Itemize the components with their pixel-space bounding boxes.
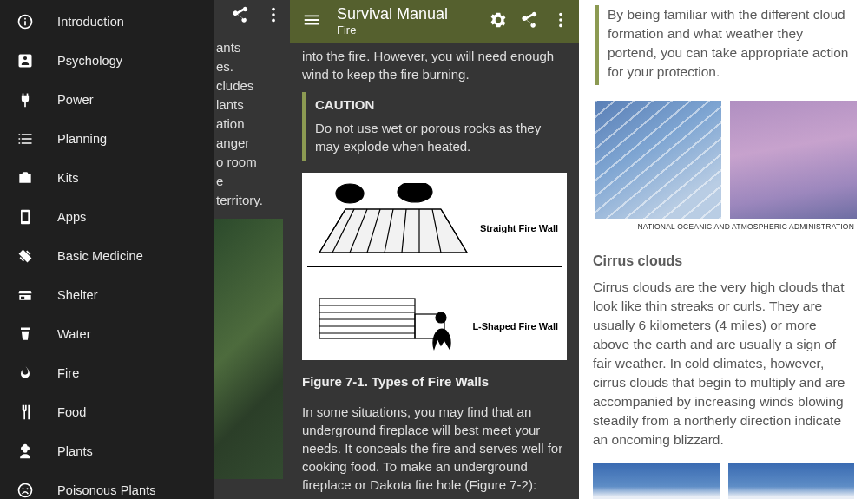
article-body: into the fire. However, you will need en… <box>290 43 579 494</box>
more-icon[interactable] <box>551 10 570 33</box>
fire-icon <box>16 364 35 383</box>
cup-icon <box>16 325 35 344</box>
obscured-content: ants es. cludes lants ation anger o room… <box>214 0 290 499</box>
plug-icon <box>16 90 35 109</box>
info-icon <box>16 12 35 31</box>
list-icon <box>16 129 35 148</box>
section-heading-cirrus: Cirrus clouds <box>581 253 868 269</box>
app-subtitle: Fire <box>337 24 477 36</box>
svg-point-4 <box>272 13 275 16</box>
svg-point-29 <box>436 312 446 323</box>
screenshot-drawer-panel: Introduction Psychology Power Planning K <box>0 0 290 499</box>
illustration-l-wall <box>311 272 476 352</box>
svg-rect-22 <box>319 299 415 338</box>
nav-item-basic-medicine[interactable]: Basic Medicine <box>0 236 214 275</box>
app-bar: Survival Manual Fire <box>290 0 579 43</box>
nav-item-introduction[interactable]: Introduction <box>0 2 214 41</box>
menu-icon[interactable] <box>302 10 321 33</box>
cloud-image-cumulus-1 <box>593 463 720 499</box>
nav-label: Fire <box>57 366 79 380</box>
figure-fire-walls: Straight Fire Wall L-Shaped Fire Wall <box>302 173 567 360</box>
figure-label-2: L-Shaped Fire Wall <box>472 318 558 336</box>
caution-heading: CAUTION <box>315 95 560 114</box>
phone-icon <box>16 207 35 227</box>
cloud-image-cumulus-2 <box>728 463 855 499</box>
nav-item-apps[interactable]: Apps <box>0 197 214 236</box>
nav-item-kits[interactable]: Kits <box>0 158 214 197</box>
nav-label: Apps <box>57 210 86 224</box>
store-icon <box>16 286 35 305</box>
screenshot-fire-article: Survival Manual Fire into the fire. Howe… <box>290 0 579 499</box>
cloud-image-cirrus-1 <box>595 101 721 219</box>
nav-label: Kits <box>57 171 79 185</box>
svg-point-1 <box>23 488 24 489</box>
nav-label: Power <box>57 93 94 107</box>
figure-caption: Figure 7-1. Types of Fire Walls <box>302 372 567 391</box>
screenshot-clouds-article: By being familiar with the different clo… <box>579 0 868 499</box>
nav-item-poisonous-plants[interactable]: Poisonous Plants <box>0 470 214 499</box>
nav-item-food[interactable]: Food <box>0 392 214 431</box>
svg-point-5 <box>272 19 275 23</box>
bandage-icon <box>16 246 35 266</box>
flower-icon <box>16 442 35 461</box>
image-credit: NATIONAL OCEANIC AND ATMOSPHERIC ADMINIS… <box>579 222 854 231</box>
nav-item-plants[interactable]: Plants <box>0 431 214 470</box>
svg-point-0 <box>19 483 32 496</box>
settings-icon[interactable] <box>489 10 508 33</box>
share-icon[interactable] <box>231 5 250 30</box>
nav-label: Basic Medicine <box>57 249 143 263</box>
svg-point-6 <box>559 13 562 16</box>
svg-point-21 <box>398 183 432 202</box>
nav-item-planning[interactable]: Planning <box>0 119 214 158</box>
nav-item-power[interactable]: Power <box>0 80 214 119</box>
briefcase-icon <box>16 168 35 187</box>
nav-label: Introduction <box>57 15 124 29</box>
nav-item-fire[interactable]: Fire <box>0 353 214 392</box>
cloud-image-cirrus-2 <box>730 101 857 219</box>
nav-item-psychology[interactable]: Psychology <box>0 41 214 80</box>
nav-item-shelter[interactable]: Shelter <box>0 275 214 314</box>
lead-paragraph: into the fire. However, you will need en… <box>302 47 567 83</box>
nav-label: Plants <box>57 444 93 458</box>
svg-point-3 <box>272 8 275 11</box>
nav-label: Poisonous Plants <box>57 483 156 497</box>
body-paragraph: In some situations, you may find that an… <box>302 403 567 494</box>
more-icon[interactable] <box>264 5 283 30</box>
share-icon[interactable] <box>520 10 539 33</box>
figure-label-1: Straight Fire Wall <box>480 220 558 238</box>
article-image-plants <box>214 219 283 479</box>
restaurant-icon <box>16 403 35 422</box>
sad-face-icon <box>16 481 35 500</box>
illustration-straight-wall <box>311 183 476 263</box>
nav-label: Planning <box>57 132 107 146</box>
nav-label: Shelter <box>57 288 98 302</box>
svg-point-2 <box>27 488 29 489</box>
app-title: Survival Manual <box>337 6 477 23</box>
intro-quote: By being familiar with the different clo… <box>595 5 854 85</box>
section-body: Cirrus clouds are the very high clouds t… <box>579 278 868 450</box>
nav-item-water[interactable]: Water <box>0 314 214 353</box>
nav-label: Food <box>57 405 86 419</box>
partial-text: ants es. cludes lants ation anger o room… <box>214 38 281 210</box>
portrait-icon <box>16 51 35 70</box>
caution-text: Do not use wet or porous rocks as they m… <box>315 119 560 155</box>
nav-drawer: Introduction Psychology Power Planning K <box>0 0 214 499</box>
svg-point-8 <box>559 24 562 28</box>
svg-point-7 <box>559 18 562 22</box>
nav-label: Water <box>57 327 91 341</box>
caution-block: CAUTION Do not use wet or porous rocks a… <box>302 92 567 161</box>
nav-label: Psychology <box>57 54 122 68</box>
svg-point-20 <box>336 184 364 203</box>
appbar-titles: Survival Manual Fire <box>337 6 477 36</box>
